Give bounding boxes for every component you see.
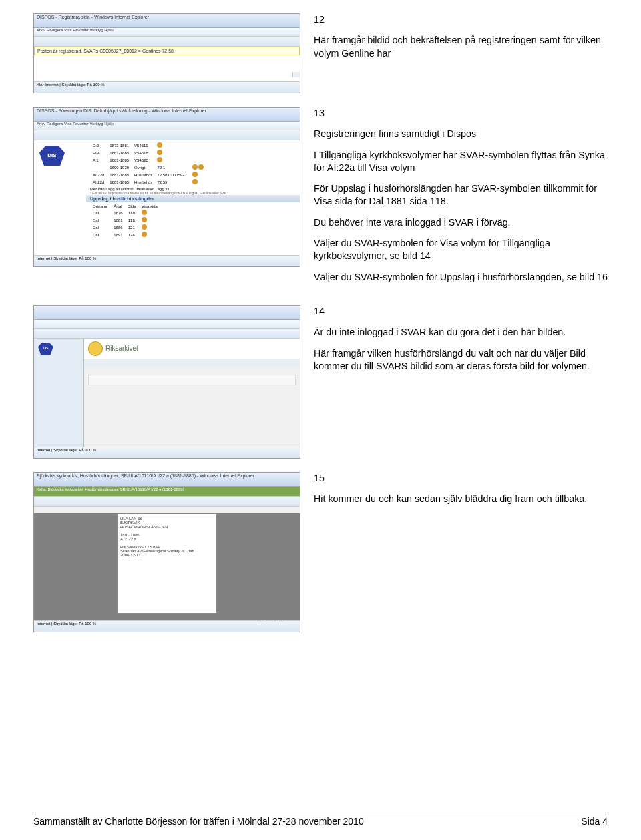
text-12: 12 Här framgår bildid och bekräftelsen p… bbox=[314, 13, 608, 68]
screenshot-15: Björkviks kyrkoarkiv, Husförhörslängder,… bbox=[33, 472, 300, 632]
window-title: Björkviks kyrkoarkiv, Husförhörslängder,… bbox=[34, 473, 300, 487]
browser-content: DIS C:91873-1881V54519 EI:41861-1885V545… bbox=[34, 140, 300, 260]
content-area bbox=[84, 367, 300, 389]
paragraph: Här framgår bildid och bekräftelsen på r… bbox=[314, 34, 608, 60]
table-row: Dal1881118 bbox=[90, 216, 160, 224]
svar-icon bbox=[198, 164, 204, 170]
svar-icon bbox=[192, 164, 198, 170]
viewer-toolbar bbox=[34, 497, 300, 507]
volumes-table: C:91873-1881V54519 EI:41861-1885V54518 F… bbox=[90, 142, 206, 186]
table-row: EI:41861-1885V54518 bbox=[90, 149, 206, 156]
svar-icon bbox=[142, 217, 147, 222]
screenshot-13: DISPOS - Föreningen DIS: Datorhjälp i sl… bbox=[33, 107, 300, 267]
paragraph: Registreringen finns samtidigt i Dispos bbox=[314, 128, 608, 140]
screenshot-14: DIS Riksarkivet Internet | Skyddat läge:… bbox=[33, 305, 300, 459]
section-13: DISPOS - Föreningen DIS: Datorhjälp i sl… bbox=[33, 107, 608, 292]
svar-icon bbox=[192, 179, 198, 184]
table-row: C:91873-1881V54519 bbox=[90, 142, 206, 149]
table-row: AI:22d1881-1885Husförhör72.59 bbox=[90, 178, 206, 186]
footer-right: Sida 4 bbox=[581, 816, 608, 827]
riksarkivet-header: Riksarkivet bbox=[84, 339, 300, 359]
crown-icon bbox=[88, 341, 103, 356]
image-viewer-content: ULA LÄN 66 BJÖRKVIK HUSFÖRHÖRSLÄNGDER 18… bbox=[34, 513, 300, 632]
svar-icon bbox=[157, 142, 162, 148]
dis-logo-icon: DIS bbox=[39, 146, 65, 166]
paragraph: Hit kommer du och kan sedan själv bläddr… bbox=[314, 493, 608, 505]
svar-icon bbox=[192, 172, 198, 177]
table-row: Dal1886121 bbox=[90, 224, 160, 231]
status-bar: Internet | Skyddat läge: På 100 % bbox=[34, 447, 300, 458]
text-13: 13 Registreringen finns samtidigt i Disp… bbox=[314, 107, 608, 292]
table-row: F:11861-1885V54520 bbox=[90, 156, 206, 164]
section-number: 13 bbox=[314, 107, 608, 120]
paragraph: I Tillgängliga kyrkboksvolymer har SVAR-… bbox=[314, 149, 608, 175]
dis-logo-icon: DIS bbox=[38, 343, 53, 355]
scrollbar bbox=[292, 72, 300, 77]
text-14: 14 Är du inte inloggad i SVAR kan du gör… bbox=[314, 305, 608, 381]
table-row: Dal1891124 bbox=[90, 231, 160, 238]
svar-icon bbox=[157, 157, 162, 162]
window-title: DISPOS - Föreningen DIS: Datorhjälp i sl… bbox=[34, 108, 300, 122]
svar-icon bbox=[157, 150, 162, 155]
scanned-document: ULA LÄN 66 BJÖRKVIK HUSFÖRHÖRSLÄNGDER 18… bbox=[117, 513, 217, 614]
browser-toolbar bbox=[34, 130, 300, 140]
document-page: DISPOS - Registrera sida - Windows Inter… bbox=[0, 0, 641, 840]
tab-strip bbox=[84, 359, 300, 367]
uppslag-header: Uppslag i husförhörslängder bbox=[86, 195, 300, 202]
browser-menubar: Arkiv Redigera Visa Favoriter Verktyg Hj… bbox=[34, 28, 300, 37]
table-row: Dal1876118 bbox=[90, 209, 160, 216]
kalla-bar: Källa: Björkviks kyrkoarkiv, Husförhörsl… bbox=[34, 487, 300, 497]
table-row: 1600-1920Övrigt72.1 bbox=[90, 164, 206, 171]
registration-confirmation-banner: Posten är registrerad. SVARs C0005927_00… bbox=[34, 47, 300, 55]
section-number: 14 bbox=[314, 305, 608, 318]
section-15: Björkviks kyrkoarkiv, Husförhörslängder,… bbox=[33, 472, 608, 632]
section-number: 15 bbox=[314, 472, 608, 485]
riksarkivet-label: Riksarkivet bbox=[105, 345, 138, 352]
paragraph: Väljer du SVAR-symbolen för Uppslag i hu… bbox=[314, 271, 608, 284]
status-bar: Klar Internet | Skyddat läge: På 100 % bbox=[34, 81, 300, 93]
window-title: DISPOS - Registrera sida - Windows Inter… bbox=[34, 14, 300, 28]
section-number: 12 bbox=[314, 13, 608, 26]
status-bar: Internet | Skyddat läge: På 100 % bbox=[34, 620, 300, 632]
svar-icon bbox=[142, 224, 147, 230]
browser-toolbar bbox=[34, 37, 300, 47]
page-footer: Sammanställt av Charlotte Börjesson för … bbox=[33, 813, 608, 827]
table-header: OrtnamnÅrtalSidaVisa sida bbox=[90, 204, 160, 209]
svar-icon bbox=[142, 232, 147, 237]
paragraph: Du behöver inte vara inloggad i SVAR i f… bbox=[314, 216, 608, 229]
paragraph: Är du inte inloggad i SVAR kan du göra d… bbox=[314, 326, 608, 339]
text-15: 15 Hit kommer du och kan sedan själv blä… bbox=[314, 472, 608, 514]
svar-icon bbox=[142, 210, 147, 215]
browser-menubar bbox=[34, 320, 300, 329]
screenshot-12: DISPOS - Registrera sida - Windows Inter… bbox=[33, 13, 300, 93]
paragraph: Här framgår vilken husförhörslängd du va… bbox=[314, 347, 608, 373]
browser-content: Posten är registrerad. SVARs C0005927_00… bbox=[34, 47, 300, 87]
browser-toolbar bbox=[34, 329, 300, 339]
section-14: DIS Riksarkivet Internet | Skyddat läge:… bbox=[33, 305, 608, 459]
table-row: AI:22d1881-1885Husförhör72.58 C0005927 bbox=[90, 171, 206, 178]
footer-left: Sammanställt av Charlotte Börjesson för … bbox=[33, 816, 364, 827]
uppslag-table: OrtnamnÅrtalSidaVisa sida Dal1876118 Dal… bbox=[90, 204, 160, 238]
browser-content: DIS Riksarkivet bbox=[34, 339, 300, 452]
window-title bbox=[34, 306, 300, 320]
section-12: DISPOS - Registrera sida - Windows Inter… bbox=[33, 13, 608, 93]
paragraph: För Uppslag i husförhörslängden har SVAR… bbox=[314, 182, 608, 208]
paragraph: Väljer du SVAR-symbolen för Visa volym f… bbox=[314, 237, 608, 263]
left-sidebar: DIS bbox=[34, 339, 84, 452]
status-bar: Internet | Skyddat läge: På 100 % bbox=[34, 255, 300, 266]
browser-menubar: Arkiv Redigera Visa Favoriter Verktyg Hj… bbox=[34, 122, 300, 130]
